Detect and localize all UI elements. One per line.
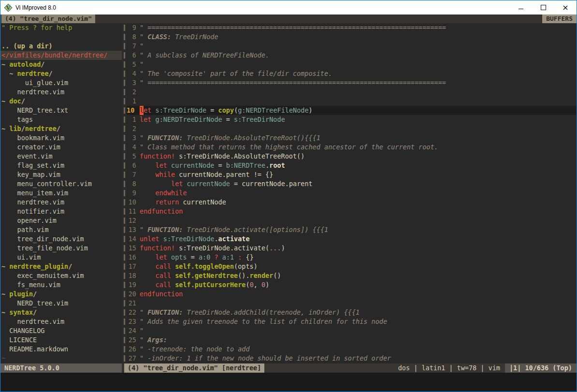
line-number: 21 (127, 299, 136, 308)
tree-row[interactable]: ~ lib/nerdtree/ (0, 124, 122, 133)
line-number: 27 (127, 354, 136, 363)
code-line[interactable]: 2 (127, 87, 577, 97)
line-number: 5 (127, 60, 136, 69)
tree-row[interactable]: " Press ? for help (0, 23, 122, 32)
code-line[interactable]: 5" (127, 60, 577, 69)
maximize-button[interactable] (532, 0, 554, 15)
tree-row[interactable]: NERD_tree.txt (0, 106, 122, 115)
tree-row[interactable]: nerdtree.vim (0, 87, 122, 97)
tree-row[interactable]: CHANGELOG (0, 326, 122, 335)
command-line[interactable] (0, 373, 577, 392)
separator-segment (122, 78, 127, 87)
tree-row[interactable]: fs_menu.vim (0, 280, 122, 290)
tree-row[interactable]: notifier.vim (0, 207, 122, 216)
code-line[interactable]: 21 (127, 299, 577, 308)
minimize-button[interactable] (510, 0, 532, 15)
tree-row[interactable]: key_map.vim (0, 170, 122, 179)
svg-text:V: V (6, 5, 11, 11)
tree-row[interactable]: event.vim (0, 152, 122, 161)
tree-row[interactable]: bookmark.vim (0, 133, 122, 143)
separator-segment (122, 23, 127, 32)
code-line[interactable]: 7" (127, 42, 577, 51)
line-number: 4 (127, 143, 136, 152)
code-line[interactable]: 26" -treenode: the node to add (127, 345, 577, 354)
code-line[interactable]: 27" -inOrder: 1 if the new node should b… (127, 354, 577, 363)
code-line[interactable]: 6 let currentNode = b:NERDTree.root (127, 161, 577, 170)
line-number: 11 (127, 207, 136, 216)
tree-row[interactable]: tree_dir_node.vim (0, 234, 122, 244)
tree-row[interactable]: ~ doc/ (0, 97, 122, 106)
code-line[interactable]: 4" The 'composite' part of the file/dir … (127, 69, 577, 78)
line-number: 17 (127, 262, 136, 271)
code-line[interactable]: 8 let currentNode = currentNode.parent (127, 179, 577, 189)
code-line[interactable]: 16 let opts = a:0 ? a:1 : {} (127, 253, 577, 262)
window-separator[interactable] (122, 23, 127, 363)
code-line[interactable]: 7 while currentNode.parent != {} (127, 170, 577, 179)
separator-segment (122, 51, 127, 60)
editor-area: " Press ? for help.. (up a dir)</vimfile… (0, 23, 577, 363)
code-line[interactable]: 9" =====================================… (127, 23, 577, 32)
tree-row[interactable]: flag_set.vim (0, 161, 122, 170)
buffers-tab[interactable]: BUFFERS (542, 15, 577, 23)
line-number: 10 (127, 198, 136, 207)
code-line[interactable]: 20endfunction (127, 290, 577, 299)
code-line[interactable]: 6" A subclass of NERDTreeFileNode. (127, 51, 577, 60)
tree-row[interactable]: ~ nerdtree/ (0, 69, 122, 78)
code-line[interactable]: 8" CLASS: TreeDirNode (127, 32, 577, 42)
tree-row[interactable]: nerdtree.vim (0, 317, 122, 326)
code-line[interactable]: 15function! s:TreeDirNode.activate(...) (127, 244, 577, 253)
tree-row[interactable]: ui.vim (0, 253, 122, 262)
code-line[interactable]: 25" Args: (127, 335, 577, 345)
line-number: 20 (127, 290, 136, 299)
tree-row[interactable]: ~ nerdtree_plugin/ (0, 262, 122, 271)
tree-row[interactable]: .. (up a dir) (0, 42, 122, 51)
line-number: 9 (127, 23, 136, 32)
tree-row[interactable]: exec_menuitem.vim (0, 271, 122, 280)
code-line[interactable]: 11endfunction (127, 207, 577, 216)
tree-row[interactable]: path.vim (0, 225, 122, 234)
code-line[interactable]: 10 return currentNode (127, 198, 577, 207)
code-line[interactable]: 17 call self.toggleOpen(opts) (127, 262, 577, 271)
tree-row[interactable]: tags (0, 115, 122, 124)
code-line[interactable]: 2 (127, 124, 577, 133)
code-line[interactable]: 22" FUNCTION: TreeDirNode.addChild(treen… (127, 308, 577, 317)
tree-row[interactable]: ~ (0, 354, 122, 363)
tree-row[interactable]: menu_controller.vim (0, 179, 122, 189)
code-line[interactable]: 9 endwhile (127, 189, 577, 198)
tree-row-root[interactable]: </vimfiles/bundle/nerdtree/ (0, 51, 122, 60)
status-bar: NERDTree 5.0.0 (4) "tree_dir_node.vim" [… (0, 363, 577, 373)
tree-row[interactable]: ~ autoload/ (0, 60, 122, 69)
code-window: 9" =====================================… (127, 23, 577, 363)
minimize-icon (519, 9, 523, 9)
code-line[interactable]: 19 call self.putCursorHere(0, 0) (127, 280, 577, 290)
tree-row[interactable]: README.markdown (0, 345, 122, 354)
tab-tree-dir-node[interactable]: (4) "tree_dir_node.vim" (1, 15, 95, 23)
tree-row[interactable]: nerdtree.vim (0, 198, 122, 207)
code-line[interactable]: 14unlet s:TreeDirNode.activate (127, 234, 577, 244)
code-line[interactable]: 1 (127, 97, 577, 106)
code-line[interactable]: 3" =====================================… (127, 78, 577, 87)
line-number: 26 (127, 345, 136, 354)
code-line[interactable]: 5function! s:TreeDirNode.AbsoluteTreeRoo… (127, 152, 577, 161)
tree-row[interactable] (0, 32, 122, 42)
tree-row[interactable]: NERD_tree.vim (0, 299, 122, 308)
code-line[interactable]: 13" FUNCTION: TreeDirNode.activate([opti… (127, 225, 577, 234)
code-line[interactable]: 23" Adds the given treenode to the list … (127, 317, 577, 326)
code-line[interactable]: 3" FUNCTION: TreeDirNode.AbsoluteTreeRoo… (127, 133, 577, 143)
code-line-cursor[interactable]: 10let s:TreeDirNode = copy(g:NERDTreeFil… (127, 106, 577, 115)
close-button[interactable]: × (554, 0, 577, 15)
code-line[interactable]: 24" (127, 326, 577, 335)
tree-row[interactable]: ~ syntax/ (0, 308, 122, 317)
line-number: 5 (127, 152, 136, 161)
tree-row[interactable]: menu_item.vim (0, 189, 122, 198)
tree-row[interactable]: opener.vim (0, 216, 122, 225)
tree-row[interactable]: creator.vim (0, 143, 122, 152)
code-line[interactable]: 1let g:NERDTreeDirNode = s:TreeDirNode (127, 115, 577, 124)
code-line[interactable]: 18 call self.getNerdtree().render() (127, 271, 577, 280)
tree-row[interactable]: ui_glue.vim (0, 78, 122, 87)
tree-row[interactable]: ~ plugin/ (0, 290, 122, 299)
tree-row[interactable]: tree_file_node.vim (0, 244, 122, 253)
tree-row[interactable]: LICENCE (0, 335, 122, 345)
code-line[interactable]: 12 (127, 216, 577, 225)
code-line[interactable]: 4" Class method that returns the highest… (127, 143, 577, 152)
